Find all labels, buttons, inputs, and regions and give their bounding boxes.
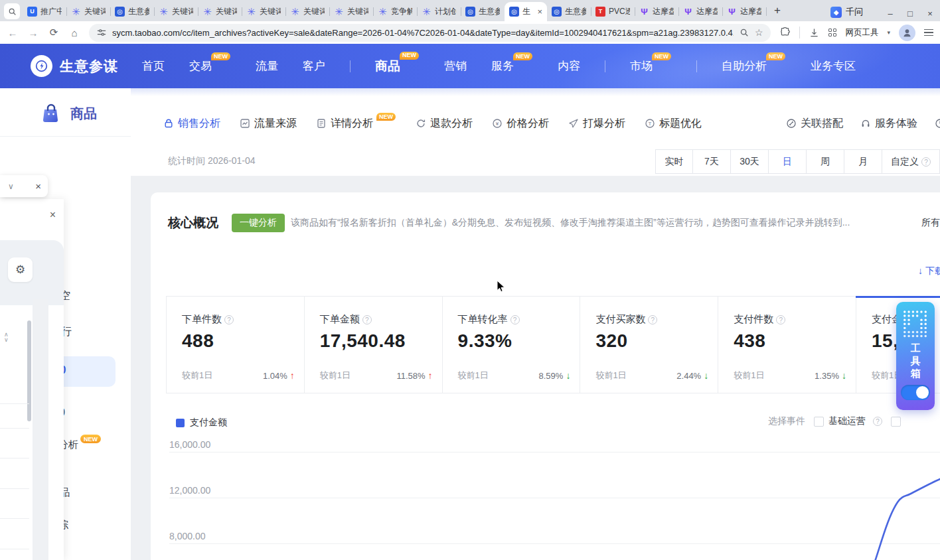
- tab-search-button[interactable]: [4, 3, 20, 19]
- date-option-自定义[interactable]: 自定义?: [882, 149, 940, 174]
- browser-tab[interactable]: ◎生×: [505, 2, 547, 21]
- nav-item-首页[interactable]: 首页: [142, 58, 165, 74]
- nav-item-label: 市场: [630, 60, 653, 72]
- gear-icon[interactable]: ⚙: [8, 257, 33, 282]
- subnav-tab-销售分析[interactable]: 销售分析: [163, 117, 220, 131]
- tab-close-icon[interactable]: ×: [537, 7, 542, 17]
- toolbox-widget[interactable]: 工具箱: [896, 302, 935, 410]
- browser-tab[interactable]: ◎生意参: [461, 2, 505, 21]
- subnav-tab-流量来源[interactable]: 流量来源: [240, 117, 297, 131]
- bookmark-star-icon[interactable]: ☆: [755, 27, 763, 38]
- subnav-tab-打爆分析[interactable]: 打爆分析: [568, 117, 625, 131]
- chevron-down-icon[interactable]: ▾: [887, 29, 890, 36]
- date-option-月[interactable]: 月: [844, 149, 882, 174]
- metric-card-支付件数[interactable]: 支付件数?438较前1日1.35%↓: [718, 297, 856, 393]
- browser-tab[interactable]: ✳竞争解: [373, 2, 417, 21]
- one-key-analyze-button[interactable]: 一键分析: [232, 214, 285, 232]
- nav-item-客户[interactable]: 客户: [303, 58, 325, 74]
- event-checkbox[interactable]: [891, 417, 901, 427]
- help-icon[interactable]: ?: [362, 315, 372, 324]
- browser-tab[interactable]: U推广中: [23, 2, 66, 21]
- browser-menu-icon[interactable]: [924, 29, 933, 36]
- nav-item-营销[interactable]: 营销: [444, 58, 467, 74]
- nav-item-交易[interactable]: 交易NEW: [189, 58, 231, 74]
- metric-compare: 较前1日1.35%↓: [734, 370, 846, 382]
- more-icon[interactable]: [935, 118, 940, 129]
- help-icon[interactable]: ?: [648, 315, 657, 324]
- back-icon[interactable]: ←: [7, 27, 19, 38]
- browser-tab[interactable]: ✳关键词: [242, 2, 285, 21]
- close-icon[interactable]: ×: [50, 210, 56, 220]
- date-option-30天[interactable]: 30天: [731, 149, 769, 174]
- browser-tab[interactable]: ✳关键词: [285, 2, 329, 21]
- help-icon[interactable]: ?: [873, 417, 882, 426]
- refresh-icon[interactable]: ⟳: [48, 27, 60, 38]
- help-icon[interactable]: ?: [776, 315, 785, 324]
- browser-tab[interactable]: ◎生意参: [110, 2, 154, 21]
- nav-divider: [605, 60, 605, 72]
- minimize-button[interactable]: –: [880, 9, 900, 19]
- collapse-chevron-icon[interactable]: ∨: [8, 182, 14, 191]
- metric-card-下单金额[interactable]: 下单金额?17,540.48较前1日11.58%↑: [305, 297, 443, 393]
- zoom-icon[interactable]: [740, 28, 749, 37]
- download-link[interactable]: ↓ 下载: [918, 265, 940, 277]
- all-actions-link[interactable]: 所有: [921, 217, 940, 229]
- subnav-tab-标题优化[interactable]: T标题优化: [645, 117, 702, 131]
- sidebar-item-fragment[interactable]: 分析NEW: [58, 439, 99, 451]
- subnav-tab-服务体验[interactable]: 服务体验: [860, 117, 917, 131]
- nav-item-流量[interactable]: 流量: [256, 58, 278, 74]
- address-bar[interactable]: sycm.taobao.com/cc/item_archives?activeK…: [89, 24, 771, 42]
- close-icon[interactable]: ×: [35, 181, 41, 191]
- metric-card-支付买家数[interactable]: 支付买家数?320较前1日2.44%↓: [580, 297, 718, 393]
- nav-item-自助分析[interactable]: 自助分析NEW: [722, 58, 786, 74]
- profile-avatar[interactable]: [899, 25, 915, 41]
- browser-tab[interactable]: Ψ达摩盘: [678, 2, 722, 21]
- date-option-实时[interactable]: 实时: [655, 149, 693, 174]
- subnav-tab-价格分析[interactable]: ¥价格分析: [492, 117, 549, 131]
- nav-item-商品[interactable]: 商品NEW: [375, 58, 420, 75]
- nav-item-市场[interactable]: 市场NEW: [630, 58, 672, 74]
- date-option-7天[interactable]: 7天: [693, 149, 731, 174]
- sort-chevrons-icon[interactable]: ∧∨: [4, 332, 9, 342]
- browser-tab[interactable]: ✳关键词: [154, 2, 198, 21]
- browser-tab[interactable]: TPVC透: [591, 2, 635, 21]
- nav-item-内容[interactable]: 内容: [558, 58, 580, 74]
- brand[interactable]: 生意参谋: [31, 55, 118, 77]
- maximize-button[interactable]: □: [900, 9, 920, 19]
- y-axis-tick: 16,000.00: [169, 439, 210, 450]
- webtools-label[interactable]: 网页工具: [845, 27, 878, 38]
- subnav-tab-关联搭配[interactable]: 关联搭配: [786, 117, 843, 131]
- help-icon[interactable]: ?: [510, 315, 520, 324]
- help-icon[interactable]: ?: [224, 315, 234, 324]
- metric-card-下单转化率[interactable]: 下单转化率?9.33%较前1日8.59%↓: [443, 297, 581, 393]
- assistant-button[interactable]: ◆ 千问: [830, 6, 863, 18]
- event-checkbox[interactable]: [814, 417, 824, 427]
- close-button[interactable]: ×: [920, 9, 940, 19]
- home-icon[interactable]: ⌂: [68, 27, 80, 38]
- browser-tab[interactable]: ✳关键词: [329, 2, 373, 21]
- extensions-icon[interactable]: [779, 27, 791, 38]
- list-row-divider: [0, 518, 29, 519]
- date-option-日[interactable]: 日: [769, 149, 807, 174]
- toolbox-toggle[interactable]: [901, 385, 930, 400]
- date-option-周[interactable]: 周: [807, 149, 844, 174]
- download-icon[interactable]: [809, 27, 820, 38]
- browser-tab[interactable]: ✳关键词: [66, 2, 110, 21]
- forward-icon[interactable]: →: [27, 27, 39, 38]
- browser-tab[interactable]: Ψ达摩盘: [635, 2, 678, 21]
- browser-tab[interactable]: ✳关键词: [198, 2, 242, 21]
- up-arrow-icon: ↑: [428, 370, 433, 381]
- nav-item-业务专区[interactable]: 业务专区: [811, 58, 856, 74]
- new-tab-button[interactable]: +: [769, 2, 786, 19]
- subnav-tab-详情分析[interactable]: 详情分析NEW: [316, 117, 396, 131]
- compare-label: 较前1日: [595, 370, 626, 382]
- browser-tab[interactable]: ✳计划创: [417, 2, 461, 21]
- metric-card-下单件数[interactable]: 下单件数?488较前1日1.04%↑: [167, 297, 305, 393]
- help-icon[interactable]: ?: [921, 157, 931, 167]
- nav-item-服务[interactable]: 服务NEW: [491, 58, 533, 74]
- browser-tab[interactable]: Ψ达摩盘: [722, 2, 766, 21]
- webtools-grid-icon[interactable]: [828, 29, 836, 36]
- scrollbar-thumb[interactable]: [27, 320, 31, 421]
- browser-tab[interactable]: ◎生意参: [547, 2, 591, 21]
- subnav-tab-退款分析[interactable]: 退款分析: [416, 117, 473, 131]
